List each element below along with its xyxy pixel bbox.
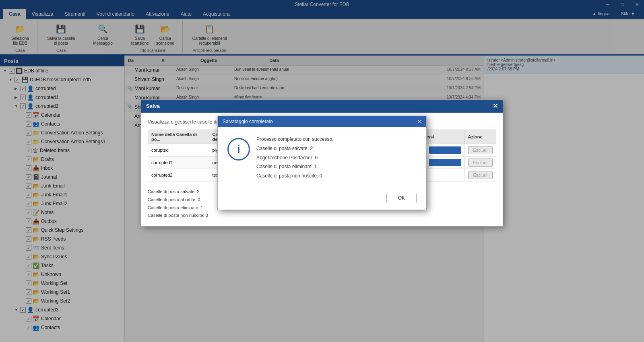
success-title: Salvataggio completato (223, 119, 273, 124)
success-text: Processo completato con successo. Casell… (256, 135, 333, 181)
save-row-name: corrupted2 (148, 169, 209, 181)
save-dialog-close[interactable]: ✕ (493, 103, 498, 109)
action-button[interactable]: Escludi (468, 146, 493, 154)
success-line-4: Caselle di posta eliminate: 1 (256, 162, 333, 171)
success-close[interactable]: ✕ (417, 119, 421, 124)
save-dialog-overlay: Salva ✕ Visualizza e gestisci le caselle… (0, 0, 644, 342)
success-info-icon: i (227, 138, 250, 161)
summary-line-3: Caselle di posta eliminate: 1 (148, 204, 208, 212)
success-line-1: Processo completato con successo. (256, 135, 333, 144)
col-nome: Nome della Casella di po... (148, 130, 209, 144)
save-row-name: corupted (148, 144, 209, 156)
action-button[interactable]: Escludi (468, 159, 493, 167)
summary-line-1: Caselle di posta salvate: 2 (148, 188, 208, 196)
summary-line-4: Caselle di posta non riuscite: 0 (148, 212, 208, 220)
save-row-action[interactable]: Escludi (464, 169, 496, 181)
save-summary: Caselle di posta salvate: 2 Caselle di p… (148, 188, 208, 220)
action-button[interactable]: Escludi (468, 171, 493, 179)
col-azione: Azione (464, 130, 496, 144)
success-titlebar: Salvataggio completato ✕ (218, 116, 426, 127)
success-line-3: Abgebrochene Postfächer: 0 (256, 153, 333, 163)
save-row-action[interactable]: Escludi (464, 144, 496, 156)
ok-button[interactable]: OK (386, 193, 417, 203)
save-dialog: Salva ✕ Visualizza e gestisci le caselle… (141, 99, 503, 227)
save-dialog-title: Salva (146, 103, 160, 109)
success-dialog: Salvataggio completato ✕ i Processo comp… (217, 116, 427, 210)
success-body: i Processo completato con successo. Case… (218, 127, 426, 189)
success-line-5: Caselle di posta non riuscite: 0 (256, 171, 333, 181)
success-line-2: Caselle di posta salvate: 2 (256, 144, 333, 153)
save-row-action[interactable]: Escludi (464, 156, 496, 169)
summary-line-2: Caselle di posta abortite: 0 (148, 196, 208, 204)
save-row-name: corrupted1 (148, 156, 209, 169)
save-dialog-titlebar: Salva ✕ (141, 100, 503, 113)
success-footer: OK (218, 189, 426, 210)
